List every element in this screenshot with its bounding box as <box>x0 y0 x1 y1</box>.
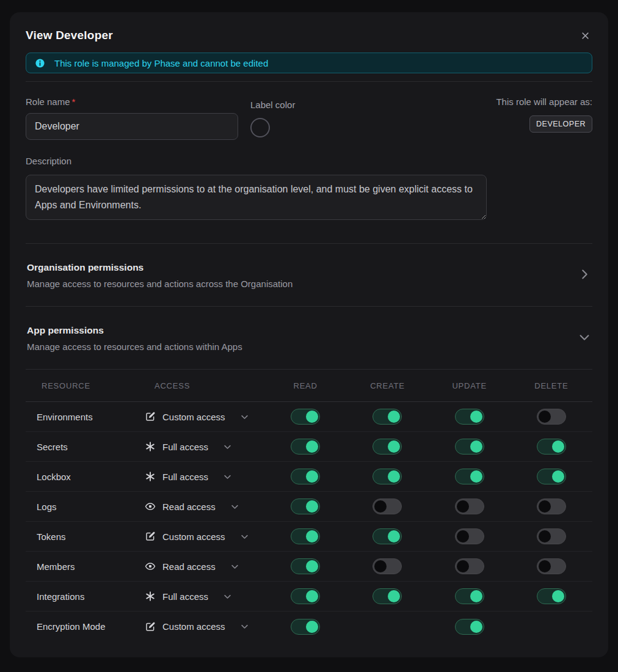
update-toggle[interactable] <box>455 558 484 574</box>
section-subtitle: Manage access to resources and actions a… <box>27 279 293 289</box>
table-row: IntegrationsFull access <box>26 582 592 612</box>
toggle-knob <box>388 440 400 453</box>
toggle-knob <box>306 500 318 513</box>
section-app-permissions[interactable]: App permissions Manage access to resourc… <box>26 307 592 370</box>
delete-toggle[interactable] <box>537 528 566 544</box>
view-role-dialog: View Developer This role is managed by P… <box>10 12 608 657</box>
toggle-knob <box>470 621 482 633</box>
toggle-knob <box>552 440 564 453</box>
access-dropdown[interactable]: Custom access <box>145 411 264 422</box>
required-asterisk: * <box>72 97 76 107</box>
toggle-knob <box>552 590 564 602</box>
access-label: Custom access <box>162 621 225 632</box>
access-label: Full access <box>162 442 208 452</box>
chevron-down-icon <box>240 622 249 631</box>
delete-toggle[interactable] <box>537 409 566 425</box>
read-toggle[interactable] <box>291 588 320 604</box>
access-label: Full access <box>162 591 208 602</box>
divider <box>26 81 592 82</box>
description-label: Description <box>26 156 592 166</box>
access-dropdown[interactable]: Full access <box>145 471 264 482</box>
dialog-header: View Developer <box>26 28 592 43</box>
access-dropdown[interactable]: Read access <box>145 561 264 572</box>
chevron-down-icon <box>230 562 239 571</box>
update-toggle[interactable] <box>455 409 484 425</box>
read-toggle[interactable] <box>291 558 320 574</box>
toggle-knob <box>457 560 469 572</box>
close-icon <box>581 31 590 40</box>
read-toggle[interactable] <box>291 619 320 635</box>
create-toggle[interactable] <box>373 558 402 574</box>
section-subtitle: Manage access to resources and actions w… <box>27 341 242 352</box>
read-toggle[interactable] <box>291 469 320 484</box>
toggle-knob <box>539 411 551 423</box>
update-toggle[interactable] <box>455 588 484 604</box>
role-name-input[interactable] <box>26 113 238 140</box>
access-label: Custom access <box>162 412 225 422</box>
resource-name: Encryption Mode <box>26 621 145 632</box>
section-title: App permissions <box>27 325 242 336</box>
label-color-swatch[interactable] <box>250 118 270 137</box>
create-toggle[interactable] <box>373 588 402 604</box>
delete-toggle[interactable] <box>537 558 566 574</box>
info-icon <box>35 58 45 68</box>
permissions-table: RESOURCE ACCESS READ CREATE UPDATE DELET… <box>26 370 592 641</box>
chevron-down-icon <box>230 502 239 511</box>
create-toggle[interactable] <box>373 469 402 484</box>
update-toggle[interactable] <box>455 528 484 544</box>
access-dropdown[interactable]: Full access <box>145 591 264 602</box>
resource-name: Tokens <box>26 531 145 542</box>
read-toggle[interactable] <box>291 409 320 425</box>
access-label: Custom access <box>162 531 225 542</box>
access-label: Read access <box>162 502 216 512</box>
toggle-knob <box>306 621 318 633</box>
update-toggle[interactable] <box>455 469 484 484</box>
table-row: LogsRead access <box>26 492 592 522</box>
resource-name: Members <box>26 561 145 572</box>
update-toggle[interactable] <box>455 499 484 514</box>
read-toggle[interactable] <box>291 528 320 544</box>
delete-toggle[interactable] <box>537 499 566 514</box>
update-toggle[interactable] <box>455 439 484 455</box>
resource-name: Integrations <box>26 591 145 602</box>
create-toggle[interactable] <box>373 439 402 455</box>
toggle-knob <box>470 590 482 602</box>
update-toggle[interactable] <box>455 619 484 635</box>
delete-toggle[interactable] <box>537 588 566 604</box>
close-button[interactable] <box>578 28 592 43</box>
delete-toggle[interactable] <box>537 439 566 455</box>
create-toggle[interactable] <box>373 528 402 544</box>
column-header-resource: RESOURCE <box>26 381 145 390</box>
access-dropdown[interactable]: Custom access <box>145 531 264 542</box>
table-row: EnvironmentsCustom access <box>26 402 592 432</box>
asterisk-icon <box>145 471 156 482</box>
access-dropdown[interactable]: Custom access <box>145 621 264 632</box>
access-label: Full access <box>162 472 208 482</box>
access-label: Read access <box>162 561 216 572</box>
toggle-knob <box>374 560 387 572</box>
chevron-right-icon <box>578 268 591 283</box>
toggle-knob <box>457 500 469 513</box>
column-header-update: UPDATE <box>429 381 511 390</box>
chevron-down-icon <box>240 532 249 541</box>
section-title: Organisation permissions <box>27 262 293 273</box>
eye-icon <box>145 561 156 572</box>
toggle-knob <box>306 470 318 483</box>
create-toggle[interactable] <box>373 499 402 514</box>
toggle-knob <box>539 530 551 542</box>
label-color-label: Label color <box>250 100 295 110</box>
chevron-down-icon <box>240 412 249 422</box>
access-dropdown[interactable]: Read access <box>145 501 264 512</box>
description-textarea[interactable]: Developers have limited permissions to a… <box>26 175 487 220</box>
read-toggle[interactable] <box>291 439 320 455</box>
table-row: SecretsFull access <box>26 432 592 462</box>
toggle-knob <box>306 411 318 423</box>
create-toggle[interactable] <box>373 409 402 425</box>
resource-name: Lockbox <box>26 472 145 482</box>
delete-toggle[interactable] <box>537 469 566 484</box>
access-dropdown[interactable]: Full access <box>145 441 264 452</box>
read-toggle[interactable] <box>291 499 320 514</box>
section-organisation-permissions[interactable]: Organisation permissions Manage access t… <box>26 244 592 307</box>
appear-as-label: This role will appear as: <box>496 97 592 107</box>
managed-role-banner: This role is managed by Phase and cannot… <box>26 53 592 73</box>
